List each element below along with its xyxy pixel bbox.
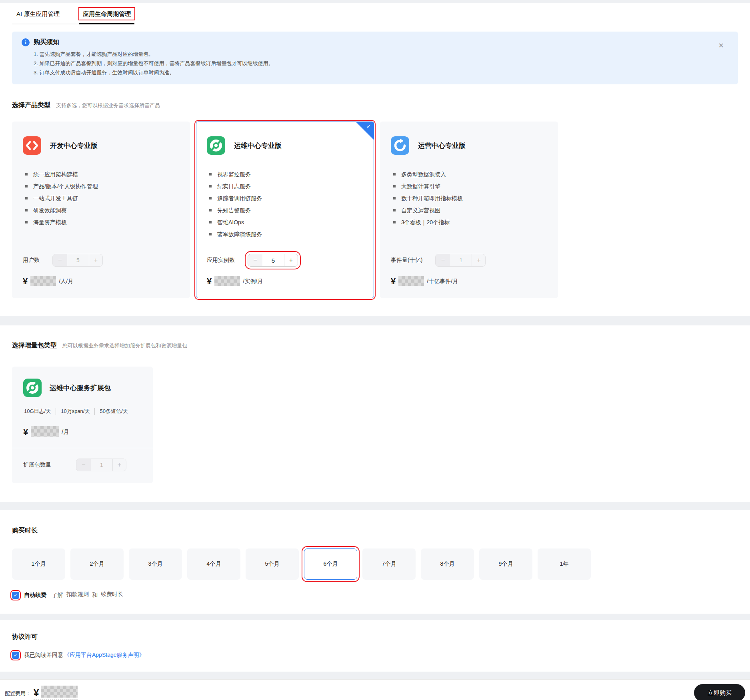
duration-panel: 购买时长 1个月2个月3个月4个月5个月6个月7个月8个月9个月1年 ✓ 自动续…: [0, 510, 750, 614]
stepper-value[interactable]: 5: [262, 254, 284, 266]
stepper-value[interactable]: 1: [91, 459, 112, 471]
currency-symbol: ¥: [23, 428, 28, 437]
duration-option[interactable]: 3个月: [129, 548, 182, 580]
tab-app-lifecycle-management[interactable]: 应用生命周期管理: [79, 9, 134, 24]
tab-label: 应用生命周期管理: [79, 8, 134, 20]
fee-label: 配置费用：: [5, 690, 31, 700]
addon-panel: 选择增量包类型 您可以根据业务需求选择增加服务扩展包和资源增量包 运维中心服务扩…: [0, 325, 750, 502]
duration-option[interactable]: 9个月: [479, 548, 532, 580]
stepper-value[interactable]: 1: [450, 254, 472, 266]
addon-spec-item: 10万span/天: [56, 408, 94, 415]
currency-symbol: ¥: [23, 277, 28, 286]
feature-item: 多类型数据源接入: [392, 168, 547, 180]
duration-option[interactable]: 5个月: [246, 548, 299, 580]
agreement-panel: 协议许可 ✓ 我已阅读并同意 《应用平台AppStage服务声明》: [0, 620, 750, 672]
addon-section-head: 选择增量包类型 您可以根据业务需求选择增加服务扩展包和资源增量包: [12, 341, 738, 350]
autorenew-label: 自动续费: [24, 592, 46, 599]
agreement-section-head: 协议许可: [12, 633, 738, 641]
and-text: 和: [92, 592, 98, 599]
stepper-minus-button[interactable]: −: [436, 254, 450, 266]
addon-card-title: 运维中心服务扩展包: [50, 383, 111, 393]
addon-qty-stepper: − 1 +: [76, 459, 126, 471]
feature-item: 一站式开发工具链: [24, 192, 179, 204]
product-section-head: 选择产品类型 支持多选，您可以根据业务需求选择所需产品: [12, 101, 738, 110]
stepper-value[interactable]: 5: [67, 254, 89, 266]
stepper-plus-button[interactable]: +: [284, 254, 298, 266]
fee-amount: ¥: [34, 686, 78, 700]
notice-item: 2. 如果已开通的产品套餐到期，则对应的增量包不可使用，需将产品套餐续订后增量包…: [34, 59, 710, 68]
product-section-title: 选择产品类型: [12, 101, 50, 110]
config-fee: 配置费用： ¥: [5, 686, 78, 700]
feature-list: 视界监控服务纪实日志服务追踪者调用链服务先知告警服务智维AIOps蓝军故障演练服…: [207, 168, 363, 240]
price-unit: /十亿事件/月: [427, 278, 458, 286]
currency-symbol: ¥: [34, 688, 39, 698]
duration-option[interactable]: 6个月: [304, 548, 357, 580]
product-card-title: 运营中心专业版: [418, 141, 466, 150]
addon-section-subtitle: 您可以根据业务需求选择增加服务扩展包和资源增量包: [62, 342, 187, 349]
notice-items: 1. 需先选购产品套餐，才能选购产品对应的增量包。2. 如果已开通的产品套餐到期…: [34, 50, 710, 77]
duration-option[interactable]: 4个月: [187, 548, 240, 580]
agreement-link[interactable]: 《应用平台AppStage服务声明》: [64, 652, 145, 659]
event-volume-stepper: − 1 +: [435, 254, 486, 267]
product-cards: 开发中心专业版 统一应用架构建模产品/版本/个人级协作管理一站式开发工具链研发效…: [12, 122, 738, 298]
feature-list: 统一应用架构建模产品/版本/个人级协作管理一站式开发工具链研发效能洞察海量资产模…: [23, 168, 179, 228]
product-card-dev-center[interactable]: 开发中心专业版 统一应用架构建模产品/版本/个人级协作管理一站式开发工具链研发效…: [12, 122, 190, 298]
qty-label: 扩展包数量: [23, 461, 51, 469]
tab-ai-native-app-management[interactable]: AI 原生应用管理: [13, 9, 63, 24]
feature-item: 研发效能洞察: [24, 204, 179, 216]
deduction-rules-link[interactable]: 扣款规则: [66, 591, 89, 599]
qty-label: 事件量(十亿): [391, 257, 422, 264]
notice-banner: i 购买须知 1. 需先选购产品套餐，才能选购产品对应的增量包。2. 如果已开通…: [12, 32, 738, 84]
footer-bar: 配置费用： ¥ 立即购买: [0, 680, 750, 700]
tab-label: AI 原生应用管理: [13, 8, 63, 20]
agreement-text: 我已阅读并同意: [24, 652, 63, 659]
addon-spec-item: 10G日志/天: [23, 408, 56, 415]
feature-item: 蓝军故障演练服务: [208, 228, 363, 240]
renewal-term-link[interactable]: 续费时长: [101, 591, 123, 599]
price-row: ¥ /实例/月: [207, 276, 363, 286]
om-center-icon: [207, 136, 225, 155]
price-redacted: [30, 276, 56, 286]
notice-item: 3. 订单支付成功后自动开通服务，生效时间以订单时间为准。: [34, 68, 710, 78]
addon-specs: 10G日志/天10万span/天50条短信/天: [23, 408, 142, 415]
autorenew-checkbox[interactable]: ✓: [12, 592, 19, 599]
feature-item: 智维AIOps: [208, 216, 363, 228]
price-row: ¥ /人/月: [23, 276, 179, 286]
duration-option[interactable]: 2个月: [70, 548, 124, 580]
stepper-minus-button[interactable]: −: [76, 459, 91, 471]
price-row: ¥ /十亿事件/月: [391, 276, 547, 286]
duration-section-head: 购买时长: [12, 526, 738, 535]
currency-symbol: ¥: [391, 277, 396, 286]
stepper-plus-button[interactable]: +: [89, 254, 102, 266]
addon-price-row: ¥ /月: [23, 426, 142, 437]
product-card-ops-center[interactable]: 运营中心专业版 多类型数据源接入大数据计算引擎数十种开箱即用指标模板自定义运营视…: [380, 122, 558, 298]
stepper-plus-button[interactable]: +: [472, 254, 485, 266]
duration-option[interactable]: 1个月: [12, 548, 65, 580]
duration-option[interactable]: 1年: [538, 548, 591, 580]
price-unit: /实例/月: [243, 278, 263, 286]
currency-symbol: ¥: [207, 277, 212, 286]
close-icon[interactable]: ×: [718, 41, 724, 50]
notice-title: 购买须知: [34, 38, 59, 46]
om-expansion-icon: [23, 379, 42, 397]
duration-option[interactable]: 8个月: [421, 548, 474, 580]
addon-card-om-expansion[interactable]: 运维中心服务扩展包 10G日志/天10万span/天50条短信/天 ¥ /月 扩…: [12, 367, 153, 483]
buy-now-button[interactable]: 立即购买: [694, 684, 745, 700]
addon-spec-item: 50条短信/天: [94, 408, 132, 415]
product-card-om-center[interactable]: ✓ 运维中心专业版 视界监控服务纪实日志服务追踪者调用链服务先知告警服务智维AI…: [196, 122, 374, 298]
autorenew-row: ✓ 自动续费 了解 扣款规则 和 续费时长: [12, 591, 738, 599]
stepper-minus-button[interactable]: −: [248, 254, 262, 266]
price-redacted: [214, 276, 240, 286]
dev-center-icon: [23, 136, 41, 155]
feature-item: 视界监控服务: [208, 168, 363, 180]
feature-item: 追踪者调用链服务: [208, 192, 363, 204]
duration-option[interactable]: 7个月: [362, 548, 416, 580]
stepper-minus-button[interactable]: −: [53, 254, 67, 266]
feature-item: 纪实日志服务: [208, 180, 363, 192]
agreement-checkbox[interactable]: ✓: [12, 652, 19, 659]
stepper-plus-button[interactable]: +: [112, 459, 126, 471]
feature-item: 海量资产模板: [24, 216, 179, 228]
feature-item: 3个看板｜20个指标: [392, 216, 547, 228]
duration-options: 1个月2个月3个月4个月5个月6个月7个月8个月9个月1年: [12, 548, 738, 580]
notice-item: 1. 需先选购产品套餐，才能选购产品对应的增量包。: [34, 50, 710, 59]
